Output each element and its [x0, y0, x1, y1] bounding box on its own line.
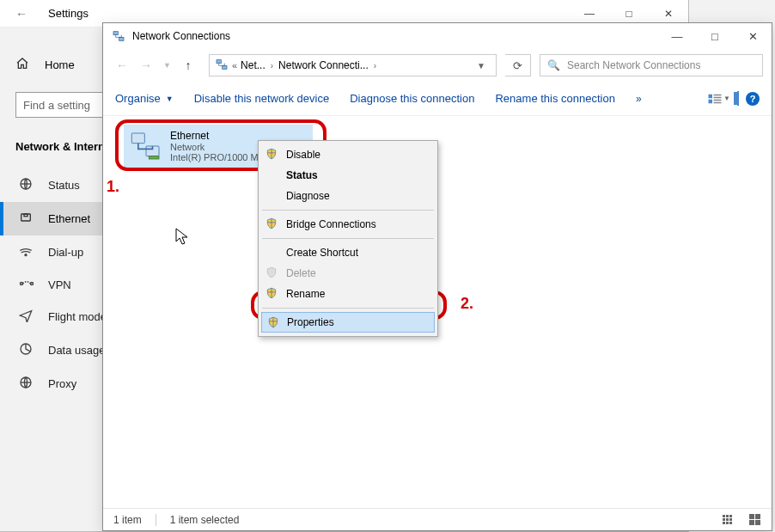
svg-point-4 — [25, 254, 27, 256]
ctx-separator — [262, 210, 434, 211]
flight-mode-icon — [19, 309, 34, 325]
ctx-status[interactable]: Status — [260, 165, 436, 186]
nav-status-label: Status — [48, 179, 80, 192]
back-icon[interactable]: ← — [15, 7, 33, 21]
nav-data-label: Data usage — [48, 344, 106, 357]
address-dropdown-button[interactable]: ▼ — [472, 61, 491, 70]
breadcrumb-seg1[interactable]: Net... — [241, 59, 265, 71]
nav-flight-label: Flight mode — [48, 310, 107, 323]
breadcrumb-seg2[interactable]: Network Connecti... — [278, 59, 369, 71]
adapter-text: Ethernet Network Intel(R) PRO/1000 M — [170, 130, 259, 162]
home-label: Home — [45, 58, 75, 71]
explorer-content[interactable]: Ethernet Network Intel(R) PRO/1000 M 1. … — [103, 116, 772, 508]
nav-up-button[interactable]: ↑ — [178, 55, 198, 76]
address-icon — [215, 58, 229, 74]
explorer-status-bar: 1 item 1 item selected — [103, 508, 772, 530]
svg-point-6 — [31, 283, 34, 285]
ctx-bridge[interactable]: Bridge Connections — [260, 214, 436, 235]
explorer-toolbar: Organise▼ Disable this network device Di… — [103, 82, 772, 116]
explorer-maximize-button[interactable]: □ — [696, 23, 734, 49]
diagnose-connection-button[interactable]: Diagnose this connection — [350, 92, 474, 105]
status-divider — [156, 514, 156, 526]
explorer-close-button[interactable]: ✕ — [734, 23, 772, 49]
ctx-separator — [262, 238, 434, 239]
network-adapter-icon — [129, 129, 163, 163]
adapter-device: Intel(R) PRO/1000 M — [170, 152, 259, 162]
large-icons-view-button[interactable] — [748, 514, 761, 526]
breadcrumb-sep2: › — [372, 61, 378, 70]
nav-back-button[interactable]: ← — [112, 55, 132, 76]
adapter-name: Ethernet — [170, 130, 259, 142]
nav-vpn-label: VPN — [48, 278, 71, 291]
ctx-properties[interactable]: Properties — [261, 312, 435, 333]
svg-rect-12 — [217, 59, 221, 63]
svg-rect-15 — [714, 94, 722, 95]
svg-rect-17 — [709, 99, 713, 103]
svg-rect-14 — [709, 94, 713, 98]
nav-dialup-label: Dial-up — [48, 246, 83, 259]
svg-rect-2 — [21, 214, 31, 221]
annotation-number-1: 1. — [107, 178, 119, 196]
explorer-title: Network Connections — [132, 30, 230, 42]
search-icon: 🔍 — [547, 59, 560, 71]
explorer-titlebar[interactable]: Network Connections ― □ ✕ — [103, 23, 772, 49]
nav-ethernet-label: Ethernet — [48, 212, 90, 225]
data-usage-icon — [19, 342, 34, 358]
svg-rect-16 — [714, 96, 722, 98]
ctx-separator — [262, 308, 434, 309]
view-mode-button[interactable]: ▼ — [707, 93, 730, 105]
ctx-diagnose[interactable]: Diagnose — [260, 186, 436, 206]
vpn-icon — [19, 278, 34, 291]
explorer-minimize-button[interactable]: ― — [658, 23, 696, 49]
svg-rect-22 — [149, 156, 159, 159]
nav-proxy-label: Proxy — [48, 377, 76, 390]
status-icon — [19, 177, 34, 193]
refresh-button[interactable]: ⟳ — [505, 54, 531, 76]
explorer-window: Network Connections ― □ ✕ ← → ▼ ↑ « Net.… — [102, 22, 772, 531]
svg-rect-10 — [113, 32, 118, 35]
preview-pane-button[interactable] — [737, 92, 739, 105]
breadcrumb-sep1: › — [269, 61, 275, 70]
shield-icon — [265, 287, 278, 302]
svg-rect-19 — [714, 101, 722, 103]
organise-button[interactable]: Organise▼ — [115, 92, 174, 105]
dialup-icon — [19, 244, 34, 260]
explorer-nav-row: ← → ▼ ↑ « Net... › Network Connecti... ›… — [103, 49, 772, 82]
ctx-create-shortcut[interactable]: Create Shortcut — [260, 242, 436, 263]
shield-icon — [265, 217, 278, 232]
status-selected-count: 1 item selected — [170, 514, 240, 526]
svg-point-5 — [21, 283, 23, 285]
svg-rect-3 — [24, 214, 27, 217]
shield-icon — [265, 266, 278, 281]
help-button[interactable]: ? — [746, 92, 760, 106]
nav-forward-button[interactable]: → — [136, 55, 156, 76]
explorer-search-input[interactable]: 🔍 Search Network Connections — [540, 54, 763, 76]
ctx-delete: Delete — [260, 263, 436, 284]
network-connections-app-icon — [110, 28, 127, 45]
nav-history-dropdown[interactable]: ▼ — [160, 61, 174, 70]
explorer-window-controls: ― □ ✕ — [658, 23, 772, 49]
shield-icon — [265, 148, 278, 162]
toolbar-overflow-button[interactable]: » — [636, 93, 640, 105]
proxy-icon — [19, 376, 34, 392]
svg-rect-13 — [223, 65, 227, 69]
disable-device-button[interactable]: Disable this network device — [194, 92, 330, 105]
adapter-network: Network — [170, 142, 259, 152]
caret-down-icon: ▼ — [723, 95, 730, 102]
shield-icon — [267, 316, 279, 331]
home-icon — [15, 57, 31, 73]
context-menu: Disable Status Diagnose Bridge Connectio… — [258, 140, 438, 337]
ctx-rename[interactable]: Rename — [260, 284, 436, 304]
explorer-search-placeholder: Search Network Connections — [567, 59, 700, 71]
rename-connection-button[interactable]: Rename this connection — [495, 92, 614, 105]
address-bar[interactable]: « Net... › Network Connecti... › ▼ — [209, 54, 497, 76]
svg-rect-18 — [714, 99, 722, 101]
annotation-number-2: 2. — [461, 295, 473, 313]
mouse-cursor-icon — [175, 228, 189, 249]
ctx-disable[interactable]: Disable — [260, 144, 436, 165]
svg-rect-11 — [119, 37, 124, 40]
details-view-button[interactable] — [720, 514, 734, 526]
settings-title: Settings — [33, 7, 88, 20]
status-item-count: 1 item — [113, 514, 142, 526]
svg-rect-20 — [131, 133, 144, 144]
